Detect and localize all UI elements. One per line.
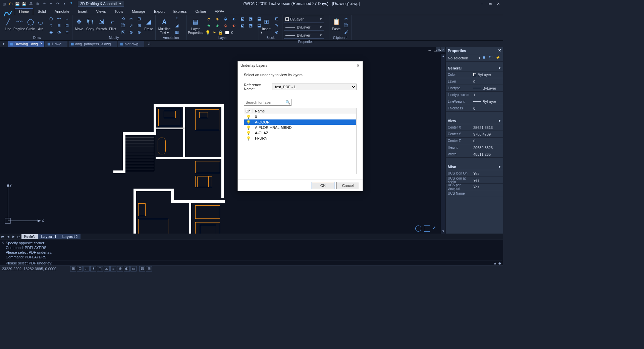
status-dyn[interactable]: ⊕ <box>117 266 123 271</box>
move-button[interactable]: ✥Move <box>74 16 84 35</box>
qat-redo-icon[interactable]: ↷ <box>55 1 60 6</box>
status-snap[interactable]: ⊡ <box>77 266 83 271</box>
linetype-combo[interactable]: ByLayer▼ <box>284 24 324 31</box>
status-osnap[interactable]: ◻ <box>97 266 103 271</box>
erase-button[interactable]: ◢Erase <box>144 16 154 35</box>
property-row[interactable]: Height20659.5523 <box>446 144 503 151</box>
property-row[interactable]: UCS per viewportYes <box>446 184 503 190</box>
lightbulb-icon[interactable]: 💡 <box>244 115 253 119</box>
mtext-button[interactable]: AMultilineText ▾ <box>157 16 172 35</box>
draw-small-6[interactable]: ⊡ <box>63 22 71 29</box>
modify-small-7[interactable]: ⇱ <box>119 29 127 35</box>
status-model[interactable]: ▭ <box>130 266 137 271</box>
property-row[interactable]: Width48511.265 <box>446 151 503 158</box>
minimize-button[interactable]: ─ <box>478 1 486 7</box>
layer-search-input[interactable] <box>244 99 291 106</box>
tab-views[interactable]: Views <box>92 8 110 15</box>
cancel-button[interactable]: Cancel <box>336 182 359 189</box>
lightbulb-icon[interactable]: 💡 <box>244 120 253 124</box>
tab-tools[interactable]: Tools <box>110 8 128 15</box>
stretch-button[interactable]: ⇲Stretch <box>96 16 107 35</box>
tab-manage[interactable]: Manage <box>127 8 150 15</box>
status-grid[interactable]: ⊞ <box>70 266 76 271</box>
selection-dropdown[interactable]: No selection <box>448 56 477 60</box>
new-doc-tab[interactable]: ⊕ <box>148 42 154 46</box>
qat-save-icon[interactable]: 💾 <box>15 1 20 6</box>
layer-s6[interactable]: ⬔ <box>247 16 255 22</box>
tab-insert[interactable]: Insert <box>74 8 92 15</box>
doc-tab[interactable]: ▦plot.dwg <box>118 41 144 47</box>
draw-small-3[interactable]: ∴ <box>63 16 71 22</box>
tab-solid[interactable]: Solid <box>33 8 50 15</box>
qat-undo-icon[interactable]: ↶ <box>42 1 47 6</box>
draw-small-5[interactable]: ⊞ <box>55 22 63 29</box>
close-button[interactable]: ✕ <box>494 1 502 7</box>
navigation-controls[interactable]: ⤢ <box>415 226 439 232</box>
layout-tab-layout1[interactable]: Layout1 <box>38 234 59 239</box>
property-row[interactable]: Linetype scale1 <box>446 92 503 98</box>
col-on[interactable]: On <box>244 109 253 113</box>
status-polar[interactable]: ✶ <box>90 266 96 271</box>
layer-row[interactable]: 💡0 <box>244 114 356 119</box>
layer-s1[interactable]: ⬘ <box>205 16 213 22</box>
arc-button[interactable]: ◡Arc <box>36 16 45 35</box>
anno-small-3[interactable]: ▦ <box>173 29 180 35</box>
copy-button[interactable]: ⿻Copy <box>85 16 95 35</box>
search-icon[interactable]: 🔍 <box>285 100 290 105</box>
modify-small-8[interactable]: ⊗ <box>127 29 135 35</box>
draw-small-2[interactable]: 〜 <box>55 16 63 22</box>
block-s2[interactable]: ✎ <box>273 22 280 29</box>
qat-redo-dd-icon[interactable]: ▾ <box>62 1 67 6</box>
modify-small-1[interactable]: ⟲ <box>119 16 127 22</box>
status-cycle[interactable]: ◐ <box>124 266 130 271</box>
property-row[interactable]: LinetypeByLayer <box>446 85 503 92</box>
select-objects-icon[interactable]: ⬚ <box>489 55 494 61</box>
layout-next[interactable]: ▶ <box>11 234 16 239</box>
lightbulb-icon[interactable]: 💡 <box>244 131 253 135</box>
doc-tab[interactable]: ▦dwg_pdflayers_3.dwg <box>69 41 117 47</box>
doc-tabs-menu[interactable]: ▾ <box>3 42 7 46</box>
qat-new-icon[interactable]: ▥ <box>1 1 7 6</box>
polyline-button[interactable]: 〰Polyline <box>13 16 25 35</box>
layer-list[interactable]: OnName 💡0💡A-DOOR💡A-FLOR-HRAL-MBND💡A-GLAZ… <box>244 108 357 174</box>
layout-tab-layout2[interactable]: Layout2 <box>59 234 80 239</box>
draw-small-9[interactable]: ⊂ <box>63 29 71 35</box>
app-logo[interactable] <box>1 7 13 19</box>
quick-select-icon[interactable]: ⊞ <box>482 55 488 61</box>
cmd-close-icon[interactable]: ✕ <box>1 241 4 265</box>
layout-last[interactable]: ⏭ <box>16 234 21 239</box>
qat-help-icon[interactable]: ? <box>68 1 74 6</box>
draw-small-7[interactable]: ◉ <box>47 29 55 35</box>
layer-row[interactable]: 💡A-FLOR-HRAL-MBND <box>244 125 356 130</box>
tab-annotate[interactable]: Annotate <box>50 8 74 15</box>
workspace-dropdown[interactable]: 2D Drafting & Annotati ▼ <box>78 1 124 7</box>
layer-s4[interactable]: ⬖ <box>230 16 238 22</box>
status-otrack[interactable]: ∠ <box>104 266 110 271</box>
status-extra1[interactable]: ⊡ <box>139 266 145 271</box>
layer-row[interactable]: 💡A-GLAZ <box>244 130 356 136</box>
insert-button[interactable]: ⊞Insert <box>260 16 272 35</box>
layer-props-button[interactable]: ▤LayerProperties <box>188 16 203 35</box>
qat-open-icon[interactable]: 🗀 <box>8 1 13 6</box>
layer-s2[interactable]: ⬗ <box>214 16 221 22</box>
modify-small-2[interactable]: ✂ <box>127 16 135 22</box>
dialog-close[interactable]: ✕ <box>356 63 360 68</box>
property-row[interactable]: LineWeightByLayer <box>446 98 503 105</box>
modify-small-5[interactable]: ⤢ <box>127 22 135 29</box>
pickadd-icon[interactable]: ⚡ <box>496 55 501 61</box>
paste-button[interactable]: 📋Paste <box>331 16 342 35</box>
layout-first[interactable]: ⏮ <box>0 234 5 239</box>
copy-clip-icon[interactable]: ⿻ <box>342 22 350 29</box>
reference-name-select[interactable]: test_PDF - 1 <box>272 84 357 90</box>
cmd-up-icon[interactable]: ▲ <box>493 261 497 265</box>
fillet-button[interactable]: ⌐Fillet <box>107 16 118 35</box>
color-combo[interactable]: ByLayer▼ <box>284 16 324 22</box>
qat-saveas-icon[interactable]: 💾 <box>21 1 27 6</box>
property-row[interactable]: Center X25621.8313 <box>446 124 503 131</box>
maximize-button[interactable]: ▭ <box>486 1 494 7</box>
draw-small-4[interactable]: ⬯ <box>47 22 55 29</box>
command-window[interactable]: ✕ Specify opposite corner:Command: PDFLA… <box>0 240 503 265</box>
property-row[interactable]: UCS Icon OnYes <box>446 170 503 177</box>
doc-close[interactable]: ✕ <box>438 48 443 52</box>
property-row[interactable]: Center Z0 <box>446 138 503 144</box>
